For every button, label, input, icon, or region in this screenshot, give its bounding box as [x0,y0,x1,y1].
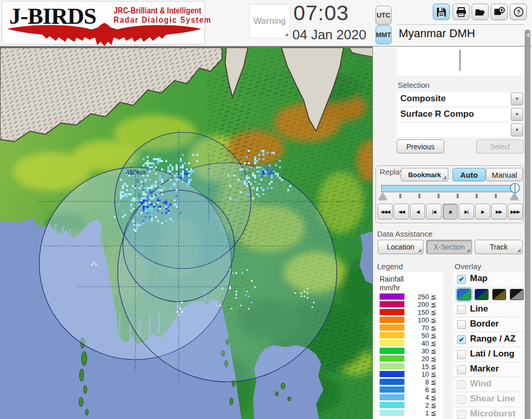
forward-button[interactable]: ▶▶ [491,204,506,220]
legend-color-swatch [380,355,404,362]
slider-tick [437,194,440,198]
overlay-item-label: Wind [470,379,491,389]
timezone-utc-button[interactable]: UTC [375,6,392,25]
overlay-row-microburst: Microburst [452,407,525,419]
map-style-swatch-1[interactable] [457,289,471,300]
da-location-button[interactable]: Location [378,240,424,254]
legend-color-swatch [380,340,404,346]
chevron-down-icon[interactable]: ▼ [511,108,523,121]
overlay-item-label: Map [470,273,488,284]
legend-value-label: 70 ≦ [402,324,436,332]
map-style-swatch-4[interactable] [510,289,524,300]
replay-slider[interactable] [381,185,518,192]
save-button[interactable] [433,4,450,20]
rewind-button[interactable]: ◀◀ [394,204,409,220]
product-category-select-value: Composite [400,94,446,104]
help-button[interactable]: ? [510,4,527,20]
floppy-icon [436,7,446,17]
checkbox-checked-icon[interactable]: ✔ [457,275,466,284]
auto-button[interactable]: Auto [452,168,486,181]
legend-value-label: 250 ≦ [402,293,436,301]
legend-unit-line1: Rainfall [380,275,404,283]
printer-icon [456,7,466,17]
overlay-panel: ✔MapLineBorder✔Range / AZLati / LongMark… [452,272,525,419]
previous-button[interactable]: Previous [397,139,444,153]
legend-value-label: 200 ≦ [402,301,436,308]
station-input[interactable] [397,47,524,75]
overlay-row-lati-long: Lati / Long [452,347,525,362]
legend-row: 1 ≦ [375,409,443,417]
legend-color-swatch [380,386,404,393]
folder-open-icon [475,7,486,17]
corner-fold-icon [285,33,288,36]
legend-color-swatch [380,348,404,354]
legend-value-label: 150 ≦ [402,308,436,316]
overlay-item-label: Lati / Long [470,349,514,359]
forward-fastest-button[interactable]: ▶▶▶ [508,204,523,220]
slider-tick [418,194,420,198]
legend-panel: Rainfall mm/hr 250 ≦200 ≦150 ≦100 ≦70 ≦5… [375,272,443,419]
overlay-item-label: Marker [470,364,499,374]
da-button-label: X-Section [433,243,465,251]
overlay-item-label: Microburst [470,409,515,419]
skip-end-button[interactable]: ▶| [459,204,474,220]
map-style-swatch-2[interactable] [475,289,489,300]
legend-color-swatch [380,394,404,400]
map-style-swatch-3[interactable] [492,289,506,300]
overlay-item-label: Line [470,304,488,314]
product-select[interactable]: Surface R Compo▼ [397,107,524,121]
capture-button[interactable] [491,4,508,20]
chevron-down-icon[interactable]: ▼ [511,92,523,105]
svg-text:?: ? [517,9,520,16]
step-back-button[interactable]: ◀ [410,204,425,220]
timezone-mmt-button[interactable]: MMT [375,25,392,44]
legend-color-swatch [380,301,404,307]
da-x-section-button[interactable]: X-Section [426,240,472,254]
skip-start-button[interactable]: |◀ [426,204,441,220]
selection-label: Selection [398,81,430,89]
panel-divider [397,24,524,25]
corner-fold-icon [517,249,521,252]
slider-start-marker[interactable] [379,193,387,200]
checkbox-unchecked-icon[interactable] [457,320,466,329]
station-name: Myanmar DMH [399,27,475,40]
radar-map[interactable]: 450km [0,46,373,419]
eagle-icon [6,22,202,46]
chevron-down-icon[interactable]: ▼ [511,123,523,136]
map-canvas[interactable]: 450km [0,48,373,419]
stop-button[interactable]: ■ [443,204,458,220]
checkbox-checked-icon[interactable]: ✔ [457,335,466,344]
checkbox-unchecked-icon[interactable] [457,350,466,359]
overlay-item-label: Shear Line [470,394,515,404]
legend-value-label: 100 ≦ [402,316,436,324]
open-button[interactable] [472,4,489,20]
da-button-label: Track [490,243,507,251]
play-button[interactable]: ▶ [475,204,490,220]
legend-row: 10 ≦ [375,370,443,378]
rewind-fastest-button[interactable]: ◀◀◀ [378,204,393,220]
checkbox-unchecked-icon[interactable] [457,365,466,374]
da-track-button[interactable]: Track [475,240,523,254]
clock-date: 04 Jan 2020 [292,27,383,43]
legend-row: 30 ≦ [375,347,443,355]
product-option-select[interactable]: ▼ [397,123,524,137]
legend-value-label: 20 ≦ [402,355,436,363]
overlay-item-label: Border [470,319,499,329]
legend-label: Legend [377,262,403,271]
slider-end-marker[interactable] [510,193,519,200]
manual-button[interactable]: Manual [486,168,523,181]
product-category-select[interactable]: Composite▼ [397,92,524,106]
checkbox-unchecked-icon[interactable] [457,305,466,314]
legend-value-label: 10 ≦ [402,370,436,378]
warning-button[interactable]: Warning [249,4,290,38]
text-cursor [460,50,460,71]
select-button[interactable]: Select [476,139,524,153]
legend-row: 2 ≦ [375,401,443,409]
legend-value-label: 1 ≦ [402,409,436,417]
panel-collapse-strip[interactable] [525,29,530,419]
legend-row: 70 ≦ [375,324,443,332]
checkbox-unchecked-icon [457,395,466,404]
bookmark-button[interactable]: Bookmark [401,168,448,181]
legend-row: 20 ≦ [375,355,443,363]
print-button[interactable] [452,4,470,20]
